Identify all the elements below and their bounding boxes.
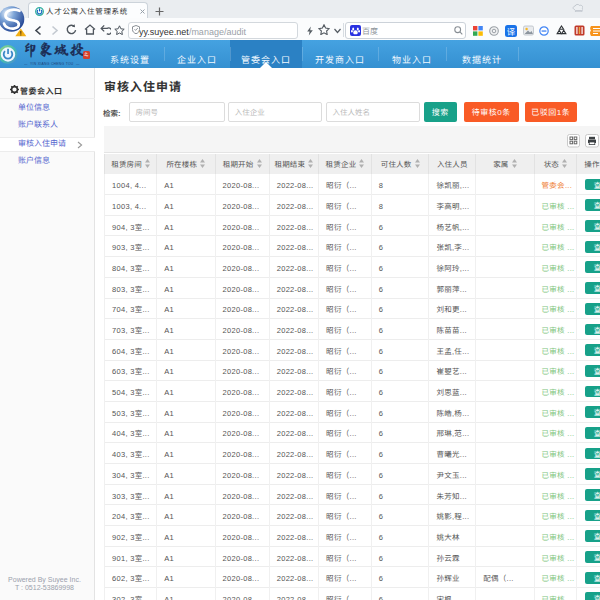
svg-text:译: 译 [507, 25, 516, 37]
